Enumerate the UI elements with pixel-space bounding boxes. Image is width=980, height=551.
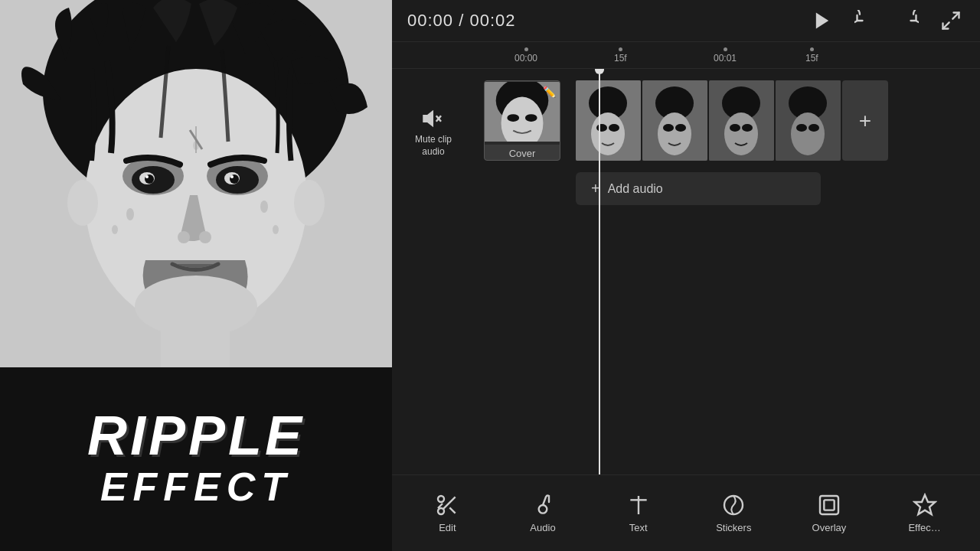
ruler-marker-1: 15f [614, 47, 627, 64]
toolbar-audio[interactable]: Audio [520, 493, 566, 533]
ripple-title: RIPPLE [87, 408, 305, 463]
stickers-label: Stickers [716, 522, 751, 533]
speaker-icon [422, 107, 445, 130]
toolbar-edit[interactable]: Edit [424, 493, 470, 533]
svg-point-20 [112, 225, 118, 234]
svg-marker-26 [816, 13, 828, 29]
right-panel: 00:00 / 00:02 [392, 0, 980, 551]
add-clip-button[interactable]: + [842, 80, 888, 161]
svg-point-45 [663, 124, 674, 132]
manga-art [0, 0, 392, 367]
ruler-track: 00:00 15f 00:01 15f [392, 42, 972, 68]
svg-point-49 [724, 112, 758, 155]
svg-point-14 [199, 231, 211, 243]
toolbar-effects[interactable]: Effec… [902, 493, 948, 533]
timecode-current: 00:00 [407, 11, 453, 30]
svg-line-28 [943, 22, 949, 28]
svg-point-13 [178, 231, 190, 243]
overlay-icon [817, 493, 841, 517]
svg-line-27 [952, 13, 959, 19]
audio-icon [531, 493, 555, 517]
cover-edit-icon: ✏️ [543, 86, 556, 98]
left-panel: RIPPLE EFFECT [0, 0, 392, 551]
svg-marker-29 [424, 112, 433, 126]
bottom-toolbar: Edit Audio Text Stickers [392, 474, 980, 551]
svg-rect-67 [824, 500, 834, 510]
cover-image: ✏️ [485, 82, 560, 145]
svg-point-35 [507, 114, 519, 122]
svg-point-22 [273, 225, 279, 234]
clips-strip: + [576, 80, 888, 161]
svg-rect-18 [161, 314, 230, 367]
redo-button[interactable] [894, 7, 922, 34]
svg-point-54 [791, 112, 825, 155]
toolbar-overlay[interactable]: Overlay [806, 493, 852, 533]
clip-thumb-2[interactable] [642, 80, 707, 161]
clip-thumb-4[interactable] [776, 80, 841, 161]
playhead [599, 69, 600, 474]
svg-rect-66 [820, 496, 838, 514]
svg-point-56 [808, 124, 819, 132]
top-bar: 00:00 / 00:02 [392, 0, 980, 42]
effect-title: EFFECT [100, 463, 292, 510]
text-label: Text [629, 522, 648, 533]
svg-point-21 [260, 201, 268, 213]
svg-line-59 [443, 497, 456, 509]
mute-label: Mute clip audio [415, 134, 452, 158]
text-icon [626, 493, 651, 517]
ruler-marker-0: 00:00 [514, 47, 537, 64]
add-audio-bar[interactable]: + Add audio [576, 172, 821, 205]
svg-point-17 [294, 180, 325, 226]
timecode-separator: / [453, 11, 469, 30]
undo-button[interactable] [851, 7, 879, 34]
effects-label: Effec… [908, 522, 940, 533]
edit-label: Edit [439, 522, 456, 533]
svg-point-16 [67, 180, 98, 226]
svg-point-44 [658, 112, 691, 155]
cover-thumbnail[interactable]: ✏️ Cover [484, 80, 560, 161]
mute-clip-container[interactable]: Mute clip audio [415, 107, 452, 158]
timecode-total: 00:02 [469, 11, 515, 30]
svg-point-12 [230, 175, 234, 178]
svg-marker-68 [914, 495, 935, 514]
svg-point-57 [438, 496, 444, 502]
fullscreen-button[interactable] [937, 7, 965, 34]
scissors-icon [435, 493, 459, 517]
svg-point-50 [730, 124, 740, 132]
toolbar-stickers[interactable]: Stickers [710, 493, 756, 533]
timeline-ruler: 00:00 15f 00:01 15f [392, 42, 980, 69]
svg-point-41 [609, 124, 619, 132]
cover-label: Cover [509, 148, 536, 159]
play-button[interactable] [808, 7, 836, 34]
ruler-marker-2: 00:01 [714, 47, 737, 64]
audio-label: Audio [530, 522, 555, 533]
timeline-area: Mute clip audio ✏️ Cover [392, 69, 980, 474]
svg-point-58 [438, 508, 444, 514]
effects-icon [913, 493, 937, 517]
ruler-marker-3: 15f [805, 47, 818, 64]
title-area: RIPPLE EFFECT [0, 367, 392, 551]
add-audio-label: Add audio [608, 182, 663, 196]
svg-point-62 [539, 505, 547, 514]
clip-thumb-3[interactable] [709, 80, 774, 161]
svg-point-51 [742, 124, 753, 132]
overlay-label: Overlay [812, 522, 847, 533]
toolbar-text[interactable]: Text [616, 493, 662, 533]
timecode: 00:00 / 00:02 [407, 11, 515, 31]
stickers-icon [721, 493, 746, 517]
svg-point-11 [145, 175, 149, 178]
svg-point-36 [525, 114, 537, 122]
svg-point-39 [591, 112, 625, 155]
clip-thumb-1[interactable] [576, 80, 641, 161]
svg-point-46 [675, 124, 686, 132]
svg-point-19 [126, 208, 134, 220]
svg-line-60 [450, 507, 456, 513]
svg-point-55 [796, 124, 807, 132]
